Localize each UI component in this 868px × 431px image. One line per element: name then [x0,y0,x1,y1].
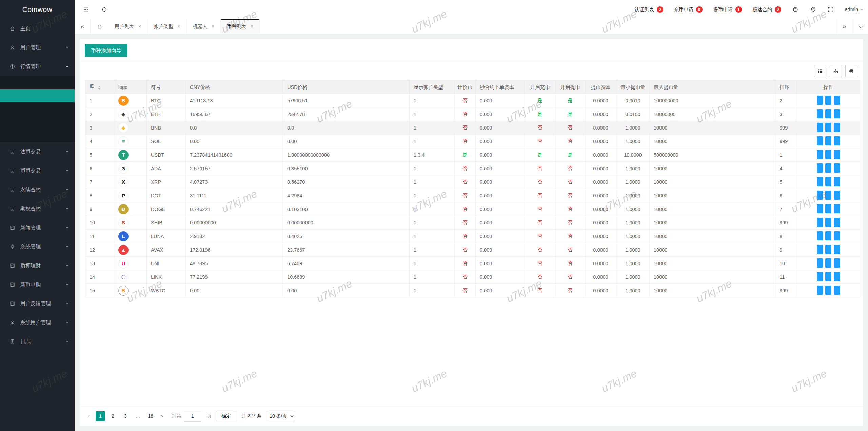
blockchain-protocol-button[interactable] [834,191,840,200]
list-coin-button[interactable] [825,177,831,186]
refresh-icon[interactable] [101,6,108,13]
sidebar-item[interactable]: 日志 [0,332,75,351]
list-coin-button[interactable] [825,109,831,118]
blockchain-protocol-button[interactable] [834,150,840,159]
list-coin-button[interactable] [825,191,831,200]
blockchain-protocol-button[interactable] [834,286,840,295]
list-coin-button[interactable] [825,272,831,281]
tab-close-icon[interactable]: × [212,24,214,29]
sidebar-item[interactable]: 币币交易 [0,161,75,180]
sidebar-item[interactable]: 主页 [0,19,75,38]
sidebar-subitem[interactable] [0,76,75,89]
sidebar-item[interactable]: 用户反馈管理 [0,294,75,313]
column-header[interactable]: ID [85,81,114,94]
edit-button[interactable] [817,258,823,268]
list-coin-button[interactable] [825,245,831,254]
blockchain-protocol-button[interactable] [834,177,840,186]
sidebar-item[interactable]: 系统用户管理 [0,313,75,332]
column-header[interactable]: 开启提币 [555,81,585,94]
user-menu[interactable]: admin [845,7,864,12]
blockchain-protocol-button[interactable] [834,231,840,240]
sidebar-item[interactable]: 新币申购 [0,275,75,294]
column-header[interactable]: 最小提币量 [616,81,650,94]
sidebar-item[interactable]: 系统管理 [0,237,75,256]
notice-link[interactable]: 充币申请 0 [674,6,703,13]
sidebar-item[interactable]: 期权合约 [0,199,75,218]
confirm-jump-button[interactable]: 确定 [216,411,236,421]
blockchain-protocol-button[interactable] [834,109,840,118]
tabs-scroll-left-button[interactable]: « [75,19,91,34]
column-header[interactable]: 计价币 [455,81,476,94]
blockchain-protocol-button[interactable] [834,96,840,105]
list-coin-button[interactable] [825,204,831,213]
edit-button[interactable] [817,231,823,240]
page-size-select[interactable]: 10 条/页 [266,411,295,421]
column-header[interactable]: 秒合约下单费率 [476,81,525,94]
edit-button[interactable] [817,218,823,227]
tab-close-icon[interactable]: × [251,24,253,29]
tab-close-icon[interactable]: × [177,24,180,29]
fullscreen-icon[interactable] [827,6,834,13]
edit-button[interactable] [817,272,823,281]
list-coin-button[interactable] [825,286,831,295]
column-header[interactable]: 操作 [796,81,860,94]
notice-link[interactable]: 提币申请 1 [713,6,742,13]
edit-button[interactable] [817,123,823,132]
sidebar-subitem[interactable] [0,102,75,116]
list-coin-button[interactable] [825,231,831,240]
edit-button[interactable] [817,286,823,295]
next-page-button[interactable]: › [158,413,166,419]
blockchain-protocol-button[interactable] [834,204,840,213]
column-header[interactable]: 排序 [775,81,796,94]
column-header[interactable]: 开启充币 [525,81,555,94]
filter-columns-icon[interactable] [814,65,826,77]
tabs-scroll-right-button[interactable]: » [836,19,852,34]
column-header[interactable]: 提币费率 [585,81,616,94]
blockchain-protocol-button[interactable] [834,258,840,268]
column-header[interactable]: CNY价格 [186,81,283,94]
add-coin-wizard-button[interactable]: 币种添加向导 [85,44,127,57]
tag-icon[interactable] [810,6,816,13]
column-header[interactable]: 显示账户类型 [410,81,455,94]
edit-button[interactable] [817,177,823,186]
sidebar-item[interactable]: 质押理财 [0,256,75,275]
sidebar-item[interactable]: 用户管理 [0,38,75,57]
tab-home[interactable] [91,19,108,34]
notice-link[interactable]: 认证列表 0 [635,6,663,13]
list-coin-button[interactable] [825,123,831,132]
tabs-menu-button[interactable] [852,19,868,34]
column-header[interactable]: 符号 [147,81,186,94]
palette-icon[interactable] [792,6,799,13]
blockchain-protocol-button[interactable] [834,218,840,227]
blockchain-protocol-button[interactable] [834,123,840,132]
page-button[interactable]: 3 [121,411,130,421]
edit-button[interactable] [817,136,823,145]
prev-page-button[interactable]: ‹ [85,413,93,419]
sidebar-item[interactable]: 新闻管理 [0,218,75,237]
column-header[interactable]: 最大提币量 [650,81,775,94]
list-coin-button[interactable] [825,96,831,105]
notice-link[interactable]: 极速合约 0 [753,6,781,13]
blockchain-protocol-button[interactable] [834,245,840,254]
list-coin-button[interactable] [825,150,831,159]
sort-icon[interactable] [98,85,101,91]
edit-button[interactable] [817,150,823,159]
list-coin-button[interactable] [825,163,831,173]
edit-button[interactable] [817,191,823,200]
column-header[interactable]: logo [114,81,147,94]
jump-page-input[interactable] [184,411,201,422]
page-button[interactable]: 1 [96,411,105,421]
blockchain-protocol-button[interactable] [834,272,840,281]
list-coin-button[interactable] [825,258,831,268]
blockchain-protocol-button[interactable] [834,163,840,173]
print-icon[interactable] [845,65,857,77]
tab-close-icon[interactable]: × [138,24,141,29]
edit-button[interactable] [817,245,823,254]
edit-button[interactable] [817,204,823,213]
tab[interactable]: 机器人 × [186,19,221,34]
sidebar-item[interactable]: 行情管理 [0,57,75,76]
edit-button[interactable] [817,109,823,118]
page-button[interactable]: 2 [108,411,118,421]
blockchain-protocol-button[interactable] [834,136,840,145]
tab[interactable]: 账户类型 × [147,19,186,34]
